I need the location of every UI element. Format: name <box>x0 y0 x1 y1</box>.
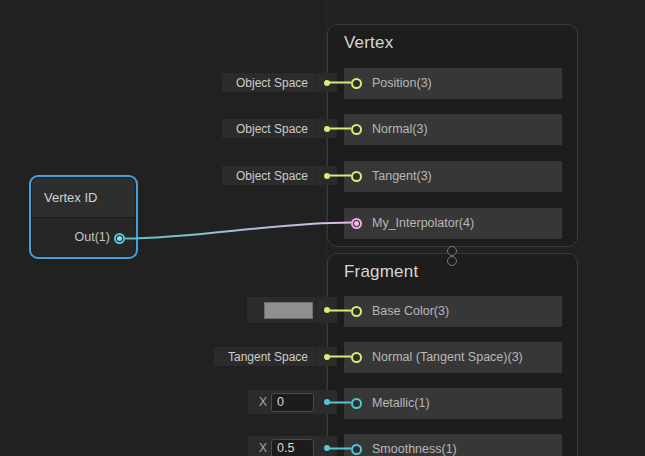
fragment-block-title: Fragment <box>344 262 418 282</box>
my-interpolator-input-port[interactable] <box>351 218 362 229</box>
fragment-row-normal-tangent-space[interactable]: Normal (Tangent Space)(3) <box>344 342 562 373</box>
tangent-space-dropdown[interactable]: Object Space <box>222 166 337 185</box>
metallic-value-chip: X 0 <box>248 390 337 414</box>
block-divider-handle[interactable] <box>447 246 457 256</box>
vertex-id-out-port[interactable] <box>114 233 125 244</box>
smoothness-input-port[interactable] <box>351 444 362 455</box>
row-label: Position(3) <box>344 68 562 99</box>
connector-dot-icon <box>324 80 330 86</box>
vertex-row-normal[interactable]: Normal(3) <box>344 114 562 145</box>
fragment-row-smoothness[interactable]: Smoothness(1) <box>344 434 562 456</box>
dropdown-label: Tangent Space <box>214 350 316 364</box>
chip-connector <box>316 119 337 138</box>
row-label: Metallic(1) <box>344 388 562 419</box>
connector-dot-icon <box>324 126 330 132</box>
row-label: Tangent(3) <box>344 161 562 192</box>
connector-dot-icon <box>324 354 330 360</box>
node-title: Vertex ID <box>44 190 97 205</box>
node-titlebar[interactable]: Vertex ID <box>32 178 135 218</box>
chip-connector <box>317 436 337 456</box>
base-color-picker-chip[interactable] <box>247 297 337 323</box>
dropdown-label: Object Space <box>222 76 316 90</box>
connector-dot-icon <box>324 445 330 451</box>
vertex-row-tangent[interactable]: Tangent(3) <box>344 161 562 192</box>
normal-input-port[interactable] <box>351 124 362 135</box>
chip-connector <box>316 347 337 366</box>
vertex-id-node[interactable]: Vertex ID Out(1) <box>32 178 135 256</box>
vertex-row-my-interpolator[interactable]: My_Interpolator(4) <box>344 208 562 239</box>
fragment-row-base-color[interactable]: Base Color(3) <box>344 296 562 327</box>
vertex-block-title: Vertex <box>344 33 393 53</box>
fragment-context-block[interactable]: Fragment Base Color(3) Normal (Tangent S… <box>327 253 578 456</box>
row-label: Base Color(3) <box>344 296 562 327</box>
row-label: Smoothness(1) <box>344 434 562 456</box>
position-input-port[interactable] <box>351 78 362 89</box>
connected-port-dot <box>354 221 359 226</box>
vertex-row-position[interactable]: Position(3) <box>344 68 562 99</box>
row-label: My_Interpolator(4) <box>344 208 562 239</box>
x-component-label: X <box>259 441 267 455</box>
fragment-row-metallic[interactable]: Metallic(1) <box>344 388 562 419</box>
dropdown-label: Object Space <box>222 169 316 183</box>
tangent-input-port[interactable] <box>351 171 362 182</box>
chip-connector <box>316 73 337 92</box>
chip-connector <box>316 166 337 185</box>
edge-vertexid-to-interpolator[interactable] <box>125 223 351 239</box>
color-swatch[interactable] <box>264 302 313 319</box>
row-label: Normal (Tangent Space)(3) <box>344 342 562 373</box>
smoothness-value-chip: X 0.5 <box>248 436 337 456</box>
connector-dot-icon <box>324 307 330 313</box>
shader-graph-canvas[interactable]: Vertex Position(3) Normal(3) Tangent(3) … <box>0 0 645 456</box>
row-label: Normal(3) <box>344 114 562 145</box>
base-color-input-port[interactable] <box>351 306 362 317</box>
metallic-value-input[interactable]: 0 <box>271 393 314 412</box>
connected-port-dot <box>117 236 122 241</box>
normal-space-dropdown-fragment[interactable]: Tangent Space <box>214 347 337 366</box>
chip-connector <box>317 390 337 414</box>
normal-space-dropdown[interactable]: Object Space <box>222 119 337 138</box>
connector-dot-icon <box>324 173 330 179</box>
chip-connector <box>316 297 337 323</box>
position-space-dropdown[interactable]: Object Space <box>222 73 337 92</box>
vertex-context-block[interactable]: Vertex Position(3) Normal(3) Tangent(3) … <box>327 24 578 247</box>
metallic-input-port[interactable] <box>351 398 362 409</box>
dropdown-label: Object Space <box>222 122 316 136</box>
normal-tangent-space-input-port[interactable] <box>351 352 362 363</box>
connector-dot-icon <box>324 399 330 405</box>
x-component-label: X <box>259 395 267 409</box>
block-divider-handle[interactable] <box>447 256 457 266</box>
out-port-label: Out(1) <box>75 230 110 244</box>
smoothness-value-input[interactable]: 0.5 <box>271 439 314 456</box>
